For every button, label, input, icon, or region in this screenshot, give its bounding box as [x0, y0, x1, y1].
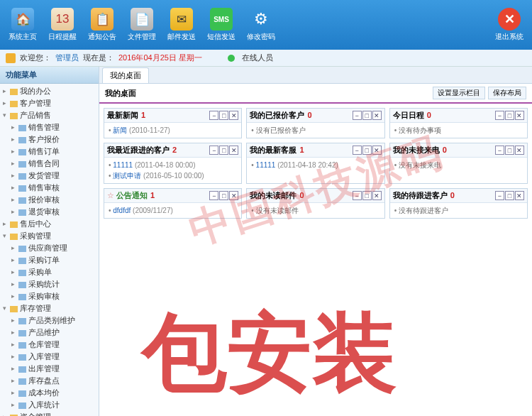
tree-item[interactable]: 采购订单 [0, 254, 99, 266]
tree-item[interactable]: 入库管理 [0, 351, 99, 363]
tool-sms[interactable]: SMS 短信发送 [206, 8, 237, 42]
tree-item[interactable]: 入库统计 [0, 399, 99, 411]
card-min-icon[interactable]: − [209, 191, 218, 200]
card-max-icon[interactable]: □ [219, 191, 228, 200]
now-label: 现在是： [83, 53, 114, 63]
action-set-columns[interactable]: 设置显示栏目 [433, 87, 485, 99]
card-min-icon[interactable]: − [495, 191, 504, 200]
tab-desktop[interactable]: 我的桌面 [102, 67, 149, 83]
card-max-icon[interactable]: □ [505, 191, 514, 200]
tool-mail[interactable]: ✉ 邮件发送 [166, 8, 197, 42]
card-max-icon[interactable]: □ [362, 191, 372, 200]
dashboard-card: 我的最新客服 1−□✕11111 (2011-04-18 20:42) [246, 143, 384, 184]
tree-item[interactable]: 报价审核 [0, 194, 99, 206]
card-empty: 没有未接来电 [394, 160, 523, 170]
card-close-icon[interactable]: ✕ [372, 146, 382, 155]
card-body: 11111 (2011-04-18 00:00)测试申请 (2016-05-10… [104, 158, 241, 183]
tree-item[interactable]: 发货管理 [0, 170, 99, 182]
card-close-icon[interactable]: ✕ [515, 191, 524, 200]
tool-password[interactable]: ⚙ 修改密码 [245, 8, 277, 42]
card-item[interactable]: 11111 (2011-04-18 00:00) [109, 160, 237, 170]
card-body: dfdfdf (2009/11/27) [104, 203, 241, 218]
card-min-icon[interactable]: − [209, 146, 218, 155]
card-empty: 没有已报价客户 [251, 125, 379, 136]
card-min-icon[interactable]: − [495, 146, 504, 155]
action-save-layout[interactable]: 保存布局 [488, 87, 526, 99]
tree-item[interactable]: 资金管理 [0, 411, 99, 416]
card-title: 我的待跟进客户 0 [393, 190, 495, 201]
current-user[interactable]: 管理员 [55, 53, 79, 63]
tree-item[interactable]: 成本均价 [0, 387, 99, 399]
tree-item[interactable]: 库存盘点 [0, 375, 99, 387]
dashboard-card: 今日日程 0−□✕没有待办事项 [389, 108, 528, 138]
tree-item[interactable]: 供应商管理 [0, 242, 99, 254]
card-close-icon[interactable]: ✕ [515, 146, 524, 155]
card-max-icon[interactable]: □ [362, 146, 372, 155]
tool-calendar[interactable]: 13 日程提醒 [47, 8, 78, 42]
tool-exit[interactable]: ✕ 退出系统 [494, 8, 525, 42]
tree-item[interactable]: 产品销售 [0, 109, 99, 121]
card-min-icon[interactable]: − [353, 146, 362, 155]
card-min-icon[interactable]: − [495, 111, 504, 120]
card-min-icon[interactable]: − [353, 191, 362, 200]
tree-item[interactable]: 采购单 [0, 266, 99, 278]
tree-item[interactable]: 售后中心 [0, 218, 99, 230]
home-icon: 🏠 [11, 8, 34, 31]
card-empty: 没有未读邮件 [251, 205, 379, 216]
tree-item[interactable]: 客户报价 [0, 133, 99, 146]
mail-icon: ✉ [170, 8, 193, 31]
online-link[interactable]: 在线人员 [242, 53, 273, 63]
tree-item[interactable]: 销售审核 [0, 182, 99, 194]
card-max-icon[interactable]: □ [505, 111, 514, 120]
card-max-icon[interactable]: □ [362, 111, 372, 120]
card-max-icon[interactable]: □ [219, 111, 228, 120]
card-max-icon[interactable]: □ [505, 146, 514, 155]
tree-item[interactable]: 产品维护 [0, 327, 99, 339]
tool-label: 通知公告 [88, 32, 116, 42]
card-close-icon[interactable]: ✕ [229, 111, 238, 120]
tree-item[interactable]: 采购统计 [0, 278, 99, 290]
tree-item[interactable]: 采购管理 [0, 230, 99, 242]
card-close-icon[interactable]: ✕ [229, 146, 238, 155]
sms-icon: SMS [210, 8, 233, 31]
tool-label: 日程提醒 [48, 32, 77, 42]
tree-item[interactable]: 销售订单 [0, 146, 99, 158]
tree-item[interactable]: 退货审核 [0, 206, 99, 218]
card-max-icon[interactable]: □ [219, 146, 228, 155]
card-body: 新闻 (2010-11-27) [104, 123, 241, 138]
tree-item[interactable]: 我的办公 [0, 85, 99, 97]
tree-item[interactable]: 销售合同 [0, 158, 99, 170]
card-min-icon[interactable]: − [209, 111, 218, 120]
card-title: 最新新闻 1 [107, 110, 209, 121]
tab-bar: 我的桌面 [99, 67, 532, 84]
tree-item[interactable]: 仓库管理 [0, 339, 99, 351]
card-close-icon[interactable]: ✕ [229, 191, 238, 200]
tree-item[interactable]: 采购审核 [0, 290, 99, 302]
tool-label: 退出系统 [495, 32, 523, 42]
card-item[interactable]: dfdfdf (2009/11/27) [109, 205, 237, 216]
card-title: 我的最新客服 1 [250, 145, 352, 155]
tool-label: 文件管理 [128, 32, 156, 42]
card-item[interactable]: 11111 (2011-04-18 20:42) [251, 160, 379, 170]
sidebar-title: 功能菜单 [0, 67, 99, 84]
tree-item[interactable]: 销售管理 [0, 121, 99, 133]
card-body: 11111 (2011-04-18 20:42) [247, 158, 384, 173]
tool-files[interactable]: 📄 文件管理 [126, 8, 157, 42]
tool-label: 系统主页 [9, 32, 37, 42]
card-close-icon[interactable]: ✕ [515, 111, 524, 120]
card-title: 今日日程 0 [393, 110, 495, 121]
card-body: 没有未接来电 [390, 158, 527, 173]
tree-item[interactable]: 客户管理 [0, 97, 99, 109]
now-value: 2016年04月25日 星期一 [118, 53, 202, 63]
tree-item[interactable]: 库存管理 [0, 302, 99, 314]
card-close-icon[interactable]: ✕ [372, 191, 382, 200]
card-item[interactable]: 测试申请 (2016-05-10 00:00) [109, 170, 237, 181]
tool-notice[interactable]: 📋 通知公告 [87, 8, 118, 42]
card-item[interactable]: 新闻 (2010-11-27) [109, 125, 237, 136]
card-min-icon[interactable]: − [353, 111, 362, 120]
tree-item[interactable]: 产品类别维护 [0, 314, 99, 327]
dashboard-card: 我最近跟进的客户 2−□✕11111 (2011-04-18 00:00)测试申… [104, 143, 242, 184]
tool-home[interactable]: 🏠 系统主页 [7, 8, 38, 42]
tree-item[interactable]: 出库管理 [0, 363, 99, 375]
card-close-icon[interactable]: ✕ [372, 111, 382, 120]
